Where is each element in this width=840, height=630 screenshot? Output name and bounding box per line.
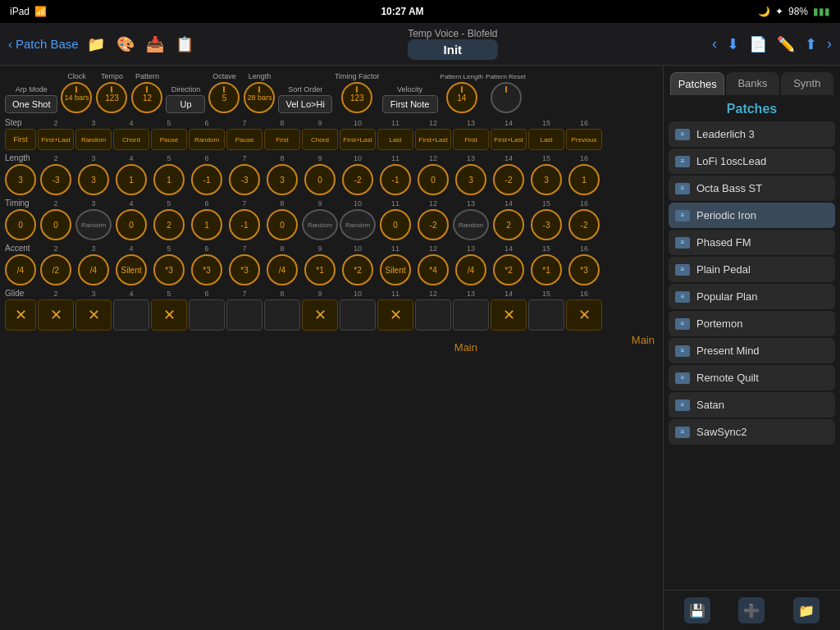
knob-cell[interactable]: Random (453, 209, 489, 240)
add-icon[interactable]: ➕ (738, 597, 765, 623)
octave-knob[interactable]: 5 (208, 82, 240, 113)
chevron-right-icon[interactable]: › (827, 35, 832, 52)
knob-cell[interactable]: *2 (493, 254, 524, 285)
download-icon[interactable]: ⬇ (727, 35, 739, 53)
patch-item[interactable]: ≡Present Mind (669, 338, 835, 363)
note-cell[interactable]: Pause (226, 129, 262, 150)
knob-cell[interactable]: Random (302, 209, 338, 240)
length-knob[interactable]: 28 bars (244, 82, 275, 113)
knob-cell[interactable]: *1 (304, 254, 336, 285)
patch-item[interactable]: ≡LoFi 1oscLead (669, 148, 835, 174)
knob-cell[interactable]: Random (75, 209, 112, 240)
knob-cell[interactable]: 2 (153, 209, 185, 240)
note-cell[interactable]: Chord (113, 129, 149, 150)
clock-knob[interactable]: 14 bars (61, 82, 92, 113)
knob-cell[interactable]: -1 (191, 164, 222, 195)
note-cell[interactable]: Last (377, 129, 413, 150)
knob-first[interactable]: /4 (5, 254, 36, 285)
pattern-knob[interactable]: 12 (131, 82, 162, 113)
knob-cell[interactable]: *3 (229, 254, 260, 285)
sort-selector[interactable]: Vel Lo>Hi (278, 95, 331, 113)
note-cell[interactable]: First+Last (415, 129, 451, 150)
glide-cell[interactable] (415, 299, 451, 331)
knob-cell[interactable]: *2 (342, 254, 373, 285)
knob-cell[interactable]: 1 (191, 209, 222, 240)
knob-cell[interactable]: Random (340, 209, 376, 240)
knob-cell[interactable]: -2 (568, 209, 600, 240)
note-cell[interactable]: Last (528, 129, 564, 150)
knob-cell[interactable]: /4 (455, 254, 486, 285)
knob-cell[interactable]: 3 (78, 164, 109, 195)
knob-cell[interactable]: 1 (153, 164, 185, 195)
patch-item[interactable]: ≡Plain Pedal (669, 257, 835, 282)
knob-cell[interactable]: 3 (531, 164, 562, 195)
note-cell[interactable]: First+Last (491, 129, 527, 150)
knob-first[interactable]: 0 (5, 209, 36, 240)
knob-cell[interactable]: 0 (304, 164, 336, 195)
glide-cell[interactable]: ✕ (38, 299, 74, 331)
knob-cell[interactable]: -1 (380, 164, 411, 195)
glide-cell[interactable]: ✕ (491, 299, 527, 331)
glide-cell[interactable] (113, 299, 149, 331)
note-cell[interactable]: Pause (151, 129, 187, 150)
save-icon[interactable]: 💾 (684, 597, 710, 623)
glide-cell[interactable] (189, 299, 225, 331)
knob-cell[interactable]: 0 (116, 209, 147, 240)
patreset-knob[interactable] (491, 82, 522, 113)
direction-selector[interactable]: Up (166, 95, 205, 113)
patch-item[interactable]: ≡Periodic Iron (669, 203, 835, 228)
chevron-left-icon[interactable]: ‹ (712, 35, 717, 52)
knob-cell[interactable]: -1 (229, 209, 260, 240)
patch-item[interactable]: ≡Octa Bass ST (669, 176, 835, 201)
knob-cell[interactable]: /4 (267, 254, 298, 285)
edit-icon[interactable]: ✏️ (777, 35, 795, 53)
note-cell[interactable]: First (264, 129, 300, 150)
knob-cell[interactable]: *1 (531, 254, 562, 285)
tab-banks[interactable]: Banks (726, 72, 778, 95)
knob-cell[interactable]: -3 (531, 209, 562, 240)
folder-icon[interactable]: 📁 (793, 597, 819, 623)
knob-cell[interactable]: -3 (40, 164, 71, 195)
patch-name[interactable]: Init (408, 39, 497, 60)
note-cell[interactable]: Chord (302, 129, 338, 150)
patch-item[interactable]: ≡Remote Quilt (669, 365, 835, 390)
share-icon[interactable]: ⬆ (805, 35, 817, 53)
timing-knob[interactable]: 123 (341, 82, 372, 113)
note-cell[interactable]: First+Last (38, 129, 74, 150)
knob-cell[interactable]: Silent (380, 254, 411, 285)
folder-icon[interactable]: 📁 (87, 35, 105, 53)
glide-cell[interactable]: ✕ (566, 299, 602, 331)
knob-cell[interactable]: 3 (455, 164, 486, 195)
copy-icon[interactable]: 📋 (176, 35, 194, 53)
knob-cell[interactable]: 1 (116, 164, 147, 195)
knob-cell[interactable]: 1 (568, 164, 600, 195)
patch-item[interactable]: ≡Phased FM (669, 230, 835, 255)
knob-cell[interactable]: 3 (267, 164, 298, 195)
glide-cell[interactable] (264, 299, 300, 331)
knob-cell[interactable]: *3 (191, 254, 222, 285)
patch-item[interactable]: ≡Portemon (669, 311, 835, 336)
tab-synth[interactable]: Synth (781, 72, 833, 95)
arp-mode-selector[interactable]: One Shot (5, 95, 57, 113)
glide-cell[interactable]: ✕ (75, 299, 112, 331)
note-cell[interactable]: First+Last (340, 129, 376, 150)
knob-cell[interactable]: /4 (78, 254, 109, 285)
patch-item[interactable]: ≡Satan (669, 392, 835, 418)
glide-cell[interactable]: ✕ (151, 299, 187, 331)
note-cell[interactable]: Previous (566, 129, 602, 150)
knob-first[interactable]: 3 (5, 164, 36, 195)
knob-cell[interactable]: -2 (342, 164, 373, 195)
glide-cell[interactable] (453, 299, 489, 331)
knob-cell[interactable]: 0 (40, 209, 71, 240)
note-cell[interactable]: Random (189, 129, 225, 150)
knob-cell[interactable]: -3 (229, 164, 260, 195)
glide-cell[interactable] (340, 299, 376, 331)
velocity-selector[interactable]: First Note (382, 95, 438, 113)
knob-cell[interactable]: *4 (418, 254, 449, 285)
knob-cell[interactable]: Silent (116, 254, 147, 285)
knob-cell[interactable]: -2 (418, 209, 449, 240)
glide-cell[interactable] (528, 299, 564, 331)
patlength-knob[interactable]: 14 (446, 82, 477, 113)
new-doc-icon[interactable]: 📄 (749, 35, 767, 53)
knob-cell[interactable]: -2 (493, 164, 524, 195)
